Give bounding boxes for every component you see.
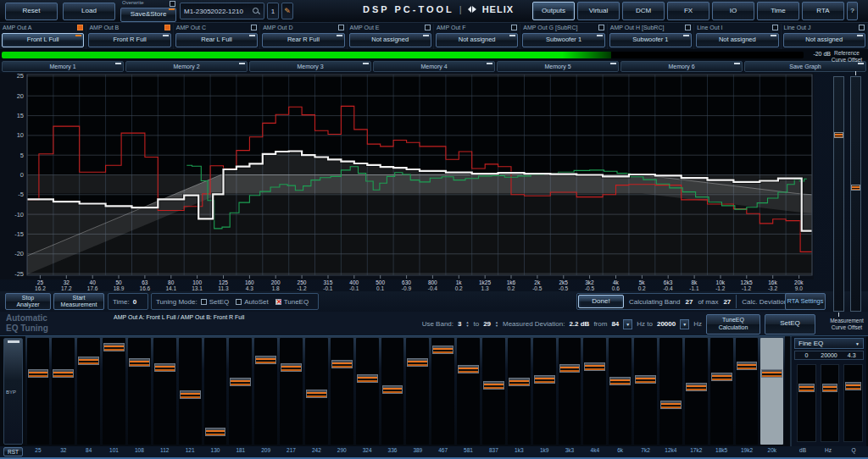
amp-out-checkbox[interactable] <box>77 25 83 30</box>
eq-slider-1k9[interactable] <box>533 338 556 445</box>
rta-graph[interactable]: 2520151050-5-10-15-20-25 <box>0 73 814 279</box>
eq-slider-handle[interactable] <box>306 390 327 398</box>
amp-out-checkbox[interactable] <box>859 25 865 30</box>
eq-slider-389[interactable] <box>406 338 429 445</box>
amp-out-checkbox[interactable] <box>685 25 691 30</box>
reset-eq-button[interactable]: RST <box>3 447 23 456</box>
memory-tab-memory-5[interactable]: Memory 5 <box>497 61 619 72</box>
eq-slider-handle[interactable] <box>129 358 150 367</box>
stop-analyzer-button[interactable]: StopAnalyzer <box>5 293 51 310</box>
reference-offset-handle[interactable] <box>834 132 843 138</box>
start-measurement-button[interactable]: StartMeasurement <box>53 293 104 310</box>
freq-from-dropdown[interactable]: ▼ <box>623 319 632 329</box>
eq-slider-20k[interactable] <box>760 338 783 445</box>
nav-button-rta[interactable]: RTA <box>802 2 844 20</box>
memory-tab-memory-4[interactable]: Memory 4 <box>373 61 495 72</box>
eq-slider-handle[interactable] <box>584 362 605 371</box>
band-from-spinner[interactable]: ▲▼ <box>465 321 469 328</box>
eq-slider-handle[interactable] <box>458 365 479 373</box>
fine-eq-slider-hz[interactable] <box>821 364 840 442</box>
eq-slider-handle[interactable] <box>382 385 403 394</box>
mode-autoset[interactable]: AutoSet <box>236 298 268 306</box>
eq-slider-181[interactable] <box>229 338 252 445</box>
eq-slider-handle[interactable] <box>609 377 631 385</box>
eq-slider-290[interactable] <box>331 338 353 445</box>
freq-to-dropdown[interactable]: ▼ <box>680 319 689 329</box>
eq-slider-209[interactable] <box>254 338 277 445</box>
fine-eq-handle[interactable] <box>845 382 861 390</box>
amp-out-checkbox[interactable] <box>598 25 604 30</box>
nav-button-time[interactable]: Time <box>757 2 799 20</box>
eq-slider-4k4[interactable] <box>583 338 606 445</box>
eq-slider-217[interactable] <box>280 338 303 445</box>
eq-slider-handle[interactable] <box>483 381 504 390</box>
amp-out-checkbox[interactable] <box>425 25 431 30</box>
amp-out-checkbox[interactable] <box>772 25 778 30</box>
eq-slider-handle[interactable] <box>180 390 201 399</box>
seteq-checkbox[interactable] <box>201 299 207 305</box>
freq-to-value[interactable]: 20000 <box>657 320 676 328</box>
channel-button-rear-l-full[interactable]: Rear L Full <box>175 33 258 47</box>
eq-slider-336[interactable] <box>381 338 404 445</box>
eq-slider-837[interactable] <box>482 338 505 445</box>
band-to-value[interactable]: 29 <box>483 320 491 328</box>
eq-slider-handle[interactable] <box>331 360 353 368</box>
eq-slider-19k2[interactable] <box>736 338 759 445</box>
nav-button-virtual[interactable]: Virtual <box>577 2 620 20</box>
eq-slider-handle[interactable] <box>281 363 302 372</box>
memory-tab-memory-2[interactable]: Memory 2 <box>125 61 248 72</box>
eq-slider-handle[interactable] <box>230 378 251 386</box>
fine-eq-slider-q[interactable] <box>843 364 863 442</box>
channel-button-not-assigned[interactable]: Not assigned <box>436 33 518 47</box>
eq-slider-17k2[interactable] <box>685 338 708 445</box>
channel-button-front-r-full[interactable]: Front R Full <box>88 33 170 47</box>
channel-button-not-assigned[interactable]: Not assigned <box>696 33 778 47</box>
eq-slider-242[interactable] <box>305 338 328 445</box>
memory-tab-memory-1[interactable]: Memory 1 <box>2 61 124 72</box>
eq-slider-112[interactable] <box>153 338 176 445</box>
channel-button-subwoofer-1[interactable]: Subwoofer 1 <box>522 33 604 47</box>
eq-slider-handle[interactable] <box>53 369 74 378</box>
amp-out-checkbox[interactable] <box>164 25 170 30</box>
band-from-value[interactable]: 3 <box>458 320 461 328</box>
tuneeq-calculation-button[interactable]: TuneEQCalculation <box>706 314 760 335</box>
nav-button-outputs[interactable]: Outputs <box>532 2 575 20</box>
edit-preset-button[interactable]: ✎ <box>281 3 293 19</box>
eq-slider-handle[interactable] <box>559 364 581 373</box>
eq-slider-handle[interactable] <box>255 356 276 364</box>
amp-out-checkbox[interactable] <box>338 25 344 30</box>
eq-slider-25[interactable] <box>27 338 50 445</box>
fine-eq-handle[interactable] <box>798 384 815 392</box>
eq-slider-handle[interactable] <box>78 357 99 365</box>
eq-slider-101[interactable] <box>103 338 125 445</box>
eq-slider-84[interactable] <box>77 338 100 445</box>
measurement-offset-handle[interactable] <box>851 185 860 191</box>
eq-slider-7k2[interactable] <box>634 338 657 445</box>
amp-out-checkbox[interactable] <box>511 25 517 30</box>
eq-slider-handle[interactable] <box>686 383 707 391</box>
eq-slider-1k3[interactable] <box>508 338 531 445</box>
channel-button-rear-r-full[interactable]: Rear R Full <box>262 33 344 47</box>
nav-button-[interactable]: ? <box>847 2 858 20</box>
device-id-field[interactable]: M1-23052022-1210 <box>180 3 264 19</box>
bypass-slider[interactable]: BYP <box>3 338 23 445</box>
amp-out-checkbox[interactable] <box>251 25 257 30</box>
measurement-offset-slider[interactable] <box>850 76 861 312</box>
search-icon[interactable] <box>253 8 260 15</box>
mode-seteq[interactable]: SetEQ <box>201 298 230 306</box>
nav-button-dcm[interactable]: DCM <box>622 2 665 20</box>
eq-slider-handle[interactable] <box>205 428 226 436</box>
eq-slider-handle[interactable] <box>534 375 555 384</box>
freq-from-value[interactable]: 84 <box>611 320 619 328</box>
eq-slider-108[interactable] <box>128 338 151 445</box>
eq-slider-130[interactable] <box>204 338 227 445</box>
memory-tab-memory-6[interactable]: Memory 6 <box>620 61 743 72</box>
eq-slider-3k3[interactable] <box>559 338 581 445</box>
seteq-button[interactable]: SetEQ <box>765 314 815 335</box>
eq-slider-handle[interactable] <box>103 343 125 351</box>
eq-slider-32[interactable] <box>52 338 75 445</box>
autoset-checkbox[interactable] <box>236 299 242 305</box>
nav-button-io[interactable]: IO <box>712 2 754 20</box>
eq-slider-handle[interactable] <box>509 378 530 386</box>
channel-button-not-assigned[interactable]: Not assigned <box>783 33 865 47</box>
